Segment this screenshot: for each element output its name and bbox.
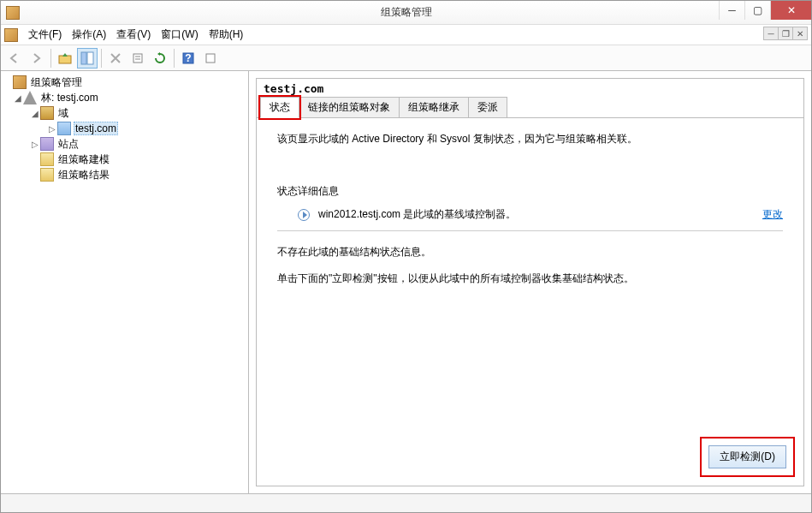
folder-icon — [40, 168, 54, 182]
svg-rect-1 — [81, 52, 86, 64]
tab-delegation[interactable]: 委派 — [468, 97, 507, 117]
tree-pane[interactable]: 组策略管理 ◢ 林: testj.com ◢ 域 ▷ testj.com ▷ 站… — [1, 71, 249, 493]
expander-icon[interactable]: ◢ — [30, 109, 40, 118]
show-tree-button[interactable] — [77, 48, 98, 69]
back-button[interactable] — [4, 48, 25, 69]
help-button[interactable]: ? — [178, 48, 199, 69]
app-menu-icon — [4, 28, 18, 42]
detect-highlight: 立即检测(D) — [702, 438, 793, 475]
menu-help[interactable]: 帮助(H) — [204, 27, 249, 42]
instruction-text: 单击下面的"立即检测"按钮，以便从此域中的所有域控制器收集基础结构状态。 — [277, 271, 783, 286]
arrow-right-icon — [31, 52, 43, 64]
tab-strip: 状态 链接的组策略对象 组策略继承 委派 — [257, 95, 803, 118]
tree-forest[interactable]: ◢ 林: testj.com — [3, 90, 246, 105]
no-info-text: 不存在此域的基础结构状态信息。 — [277, 245, 783, 259]
detect-now-button[interactable]: 立即检测(D) — [708, 445, 786, 468]
close-button[interactable]: ✕ — [770, 1, 811, 20]
expander-icon[interactable]: ◢ — [13, 93, 23, 103]
detail-pane: testj.com 状态 链接的组策略对象 组策略继承 委派 该页显示此域的 A… — [249, 71, 811, 493]
svg-rect-3 — [133, 54, 142, 63]
expander-icon[interactable]: ▷ — [30, 140, 40, 149]
baseline-text: win2012.testj.com 是此域的基线域控制器。 — [318, 207, 516, 222]
baseline-dc-row: win2012.testj.com 是此域的基线域控制器。 更改 — [277, 204, 783, 231]
tree-gp-modeling[interactable]: 组策略建模 — [3, 152, 246, 167]
tree-domains[interactable]: ◢ 域 — [3, 105, 246, 121]
folder-icon — [40, 152, 54, 166]
help-icon: ? — [182, 52, 194, 64]
menu-file[interactable]: 文件(F) — [23, 27, 67, 42]
tree-label: 组策略结果 — [56, 168, 111, 182]
change-link[interactable]: 更改 — [762, 207, 783, 222]
title-bar: 组策略管理 ─ ▢ ✕ — [1, 1, 811, 25]
tree-label: 组策略建模 — [56, 152, 111, 167]
refresh-icon — [154, 52, 166, 64]
delete-icon — [110, 52, 122, 64]
mdi-restore[interactable]: ❐ — [778, 27, 793, 40]
arrow-left-icon — [9, 52, 21, 64]
tree-label: 域 — [56, 106, 70, 121]
up-folder-button[interactable] — [55, 48, 75, 69]
mdi-minimize[interactable]: ─ — [763, 27, 779, 40]
tree-label: 站点 — [56, 137, 80, 152]
svg-rect-8 — [206, 54, 215, 63]
gpm-icon — [13, 75, 27, 89]
domain-icon — [57, 122, 71, 135]
detail-title: testj.com — [257, 79, 803, 95]
tab-linked-gpo[interactable]: 链接的组策略对象 — [299, 97, 400, 117]
app-icon — [6, 6, 20, 20]
tree-label: 林: testj.com — [39, 91, 100, 105]
properties-button[interactable] — [127, 48, 148, 69]
mdi-controls: ─ ❐ ✕ — [764, 27, 808, 40]
properties-icon — [132, 52, 144, 64]
tab-inheritance[interactable]: 组策略继承 — [399, 97, 469, 117]
mdi-close[interactable]: ✕ — [792, 27, 808, 40]
window-title: 组策略管理 — [381, 5, 432, 20]
description-text: 该页显示此域的 Active Directory 和 Sysvol 复制状态，因… — [277, 132, 783, 146]
forest-icon — [23, 91, 37, 104]
tree-gp-results[interactable]: 组策略结果 — [3, 167, 246, 182]
tree-domain-node[interactable]: ▷ testj.com — [3, 121, 246, 136]
delete-button[interactable] — [105, 48, 126, 69]
svg-rect-2 — [87, 52, 93, 64]
menu-window[interactable]: 窗口(W) — [156, 27, 203, 42]
export-button[interactable] — [200, 48, 221, 69]
tree-label: testj.com — [74, 122, 118, 135]
window-controls: ─ ▢ ✕ — [719, 1, 811, 20]
tree-view-icon — [80, 51, 94, 65]
folder-up-icon — [58, 51, 72, 65]
tree-label: 组策略管理 — [29, 75, 84, 90]
toolbar-separator — [174, 49, 175, 68]
tree-sites[interactable]: ▷ 站点 — [3, 136, 246, 152]
toolbar-separator — [50, 49, 51, 68]
play-icon[interactable] — [298, 209, 310, 221]
tree-root[interactable]: 组策略管理 — [3, 75, 246, 90]
svg-text:?: ? — [185, 52, 191, 64]
export-icon — [204, 52, 216, 64]
forward-button[interactable] — [27, 48, 47, 69]
tab-status[interactable]: 状态 — [260, 97, 299, 118]
maximize-button[interactable]: ▢ — [744, 1, 770, 20]
toolbar: ? — [1, 45, 811, 71]
menu-view[interactable]: 查看(V) — [111, 27, 156, 42]
domains-icon — [40, 106, 54, 120]
expander-icon[interactable]: ▷ — [47, 124, 57, 134]
menu-action[interactable]: 操作(A) — [67, 27, 111, 42]
menu-bar: 文件(F) 操作(A) 查看(V) 窗口(W) 帮助(H) ─ ❐ ✕ — [1, 25, 811, 45]
svg-rect-0 — [59, 56, 71, 63]
main-area: 组策略管理 ◢ 林: testj.com ◢ 域 ▷ testj.com ▷ 站… — [1, 71, 811, 493]
status-detail-label: 状态详细信息 — [277, 167, 783, 199]
status-bar — [1, 493, 811, 512]
tab-content: 该页显示此域的 Active Directory 和 Sysvol 复制状态，因… — [257, 118, 803, 486]
refresh-button[interactable] — [150, 48, 170, 69]
minimize-button[interactable]: ─ — [719, 1, 744, 20]
toolbar-separator — [101, 49, 102, 68]
sites-icon — [40, 137, 54, 151]
